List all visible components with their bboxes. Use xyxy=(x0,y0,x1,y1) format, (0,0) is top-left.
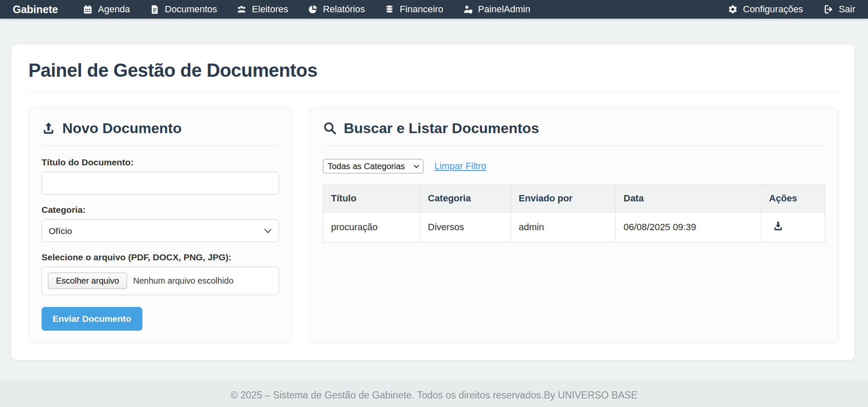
documents-table: Título Categoria Enviado por Data Ações … xyxy=(323,184,825,243)
col-header-data: Data xyxy=(616,185,761,212)
nav-item-label: Sair xyxy=(839,4,855,15)
nav-item-label: Relatórios xyxy=(323,4,365,15)
nav-right-menu: Configurações Sair xyxy=(728,4,855,15)
nav-item-sair[interactable]: Sair xyxy=(823,4,855,15)
col-header-enviado-por: Enviado por xyxy=(511,185,615,212)
coins-icon xyxy=(384,4,395,14)
upload-panel: Novo Documento Título do Documento: Cate… xyxy=(28,108,292,343)
nav-item-configuracoes[interactable]: Configurações xyxy=(728,4,803,15)
category-filter-wrap: Todas as Categorias xyxy=(323,159,423,173)
file-input[interactable]: Escolher arquivo Nenhum arquivo escolhid… xyxy=(42,267,279,295)
search-icon xyxy=(323,121,337,135)
nav-item-paineladmin[interactable]: PainelAdmin xyxy=(463,4,531,15)
search-panel: Buscar e Listar Documentos Todas as Cate… xyxy=(310,108,838,343)
col-header-acoes: Ações xyxy=(761,185,825,212)
doc-title-input[interactable] xyxy=(42,172,279,195)
sign-out-icon xyxy=(823,4,834,14)
cell-categoria: Diversos xyxy=(420,212,511,243)
col-header-titulo: Título xyxy=(323,185,420,212)
download-icon xyxy=(773,226,784,233)
brand-logo[interactable]: Gabinete xyxy=(13,3,58,16)
nav-item-documentos[interactable]: Documentos xyxy=(150,4,217,15)
content-columns: Novo Documento Título do Documento: Cate… xyxy=(28,108,838,343)
nav-item-label: Eleitores xyxy=(252,4,288,15)
nav-item-financeiro[interactable]: Financeiro xyxy=(384,4,443,15)
top-navbar: Gabinete Agenda Documentos Eleitores Rel… xyxy=(0,0,868,19)
upload-panel-title: Novo Documento xyxy=(42,120,279,146)
category-select[interactable]: Ofício xyxy=(42,219,279,242)
footer-text: © 2025 – Sistema de Gestão de Gabinete. … xyxy=(231,390,637,401)
nav-item-label: PainelAdmin xyxy=(478,4,531,15)
users-icon xyxy=(236,4,247,14)
documents-table-body: procuração Diversos admin 06/08/2025 09:… xyxy=(323,212,825,243)
download-button[interactable] xyxy=(773,220,784,231)
category-label: Categoria: xyxy=(42,205,279,215)
submit-document-button[interactable]: Enviar Documento xyxy=(42,307,142,331)
clear-filter-link[interactable]: Limpar Filtro xyxy=(434,161,486,172)
calendar-icon xyxy=(83,4,93,14)
category-select-wrap: Ofício xyxy=(42,219,279,242)
file-status-text: Nenhum arquivo escolhido xyxy=(133,276,234,286)
table-row: procuração Diversos admin 06/08/2025 09:… xyxy=(323,212,825,243)
document-icon xyxy=(150,4,160,14)
nav-item-agenda[interactable]: Agenda xyxy=(83,4,130,15)
title-divider xyxy=(28,92,838,92)
page-title: Painel de Gestão de Documentos xyxy=(28,60,838,81)
upload-form: Título do Documento: Categoria: Ofício S… xyxy=(42,157,279,331)
cell-acoes xyxy=(761,212,825,243)
user-shield-icon xyxy=(463,4,473,14)
file-label: Selecione o arquivo (PDF, DOCX, PNG, JPG… xyxy=(42,252,279,262)
nav-item-eleitores[interactable]: Eleitores xyxy=(236,4,288,15)
nav-item-label: Agenda xyxy=(98,4,130,15)
page-footer: © 2025 – Sistema de Gestão de Gabinete. … xyxy=(0,379,868,407)
nav-item-relatorios[interactable]: Relatórios xyxy=(308,4,365,15)
cell-enviado-por: admin xyxy=(511,212,615,243)
nav-item-label: Financeiro xyxy=(400,4,443,15)
category-filter-select[interactable]: Todas as Categorias xyxy=(323,159,423,173)
search-panel-title-text: Buscar e Listar Documentos xyxy=(344,120,539,137)
gear-icon xyxy=(728,4,738,14)
nav-item-label: Documentos xyxy=(165,4,217,15)
main-card: Painel de Gestão de Documentos Novo Docu… xyxy=(11,45,854,360)
table-header-row: Título Categoria Enviado por Data Ações xyxy=(323,185,825,212)
file-choose-button[interactable]: Escolher arquivo xyxy=(48,273,127,289)
documents-table-head: Título Categoria Enviado por Data Ações xyxy=(323,185,825,212)
pie-chart-icon xyxy=(308,4,318,14)
upload-panel-title-text: Novo Documento xyxy=(62,120,181,137)
cell-data: 06/08/2025 09:39 xyxy=(616,212,761,243)
search-panel-title: Buscar e Listar Documentos xyxy=(323,120,825,146)
filter-row: Todas as Categorias Limpar Filtro xyxy=(323,159,825,173)
doc-title-label: Título do Documento: xyxy=(42,157,279,167)
cell-titulo: procuração xyxy=(323,212,420,243)
col-header-categoria: Categoria xyxy=(420,185,511,212)
nav-menu: Agenda Documentos Eleitores Relatórios F xyxy=(83,4,530,15)
upload-icon xyxy=(42,121,56,135)
nav-item-label: Configurações xyxy=(743,4,803,15)
